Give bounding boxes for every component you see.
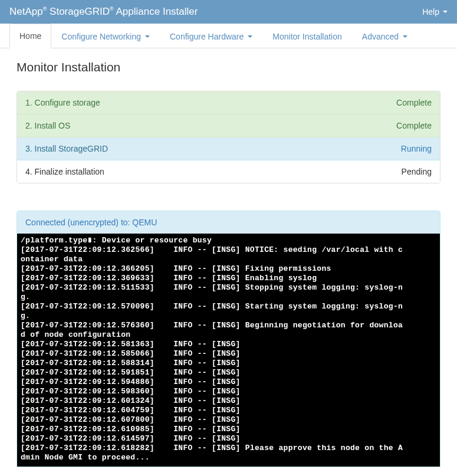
- help-label: Help: [422, 7, 439, 17]
- main-content: Monitor Installation 1. Configure storag…: [0, 48, 457, 476]
- brand-title: NetApp® StorageGRID® Appliance Installer: [9, 6, 198, 18]
- tab-label: Configure Hardware: [170, 32, 244, 41]
- tab-label: Monitor Installation: [272, 32, 342, 41]
- install-step[interactable]: 4. Finalize installationPending: [17, 160, 440, 183]
- install-step[interactable]: 3. Install StorageGRIDRunning: [17, 137, 440, 160]
- step-status: Running: [401, 144, 432, 153]
- tab-home[interactable]: Home: [9, 24, 51, 48]
- tab-label: Advanced: [362, 32, 399, 41]
- console-header: Connected (unencrypted) to: QEMU: [17, 211, 440, 234]
- tab-label: Configure Networking: [61, 32, 141, 41]
- step-name: 3. Install StorageGRID: [25, 144, 108, 153]
- tab-label: Home: [19, 31, 41, 41]
- help-dropdown[interactable]: Help: [422, 7, 448, 17]
- step-status: Complete: [396, 121, 432, 130]
- step-status: Pending: [402, 167, 432, 176]
- chevron-down-icon: [248, 35, 252, 38]
- tab-configure-hardware[interactable]: Configure Hardware: [160, 24, 262, 48]
- tab-configure-networking[interactable]: Configure Networking: [51, 24, 160, 48]
- step-name: 4. Finalize installation: [25, 167, 104, 176]
- chevron-down-icon: [403, 35, 407, 38]
- navbar: NetApp® StorageGRID® Appliance Installer…: [0, 0, 457, 24]
- install-steps: 1. Configure storageComplete2. Install O…: [17, 91, 440, 183]
- install-step[interactable]: 2. Install OSComplete: [17, 114, 440, 137]
- install-step[interactable]: 1. Configure storageComplete: [17, 91, 440, 114]
- step-status: Complete: [396, 98, 432, 107]
- console-output: /platform.type∎: Device or resource busy…: [17, 234, 440, 467]
- tab-advanced[interactable]: Advanced: [352, 24, 417, 48]
- page-title: Monitor Installation: [17, 60, 440, 74]
- chevron-down-icon: [443, 11, 448, 13]
- main-tabs: HomeConfigure Networking Configure Hardw…: [0, 24, 457, 48]
- step-name: 1. Configure storage: [25, 98, 100, 107]
- tab-monitor-installation[interactable]: Monitor Installation: [262, 24, 352, 48]
- console-panel: Connected (unencrypted) to: QEMU /platfo…: [17, 211, 440, 467]
- chevron-down-icon: [145, 35, 150, 38]
- step-name: 2. Install OS: [25, 121, 70, 130]
